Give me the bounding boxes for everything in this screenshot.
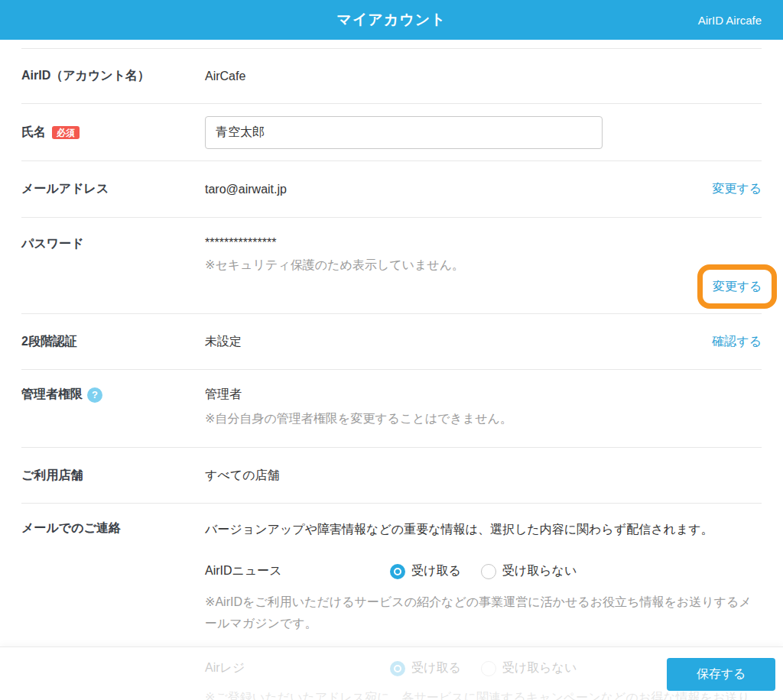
admin-note: ※自分自身の管理者権限を変更することはできません。	[205, 410, 762, 428]
two-factor-value: 未設定	[205, 334, 712, 350]
row-two-factor: 2段階認証 未設定 確認する	[21, 313, 762, 369]
radio-option-label: 受け取らない	[502, 563, 577, 579]
airid-news-options: 受け取る 受け取らない	[390, 563, 596, 579]
save-button[interactable]: 保存する	[667, 658, 775, 691]
airid-news-label: AirIDニュース	[205, 563, 390, 579]
row-name: 氏名 必須	[21, 103, 762, 160]
email-label: メールアドレス	[21, 181, 205, 197]
password-label: パスワード	[21, 236, 205, 252]
row-stores: ご利用店舗 すべての店舗	[21, 447, 762, 503]
email-change-link[interactable]: 変更する	[712, 181, 762, 197]
stores-label: ご利用店舗	[21, 468, 205, 484]
help-question-icon[interactable]: ?	[87, 387, 102, 403]
password-value-wrap: *************** ※セキュリティ保護のため表示していません。	[205, 236, 762, 274]
admin-label-wrap: 管理者権限 ?	[21, 387, 205, 403]
airid-news-option-decline[interactable]: 受け取らない	[481, 563, 577, 579]
radio-selected-icon[interactable]	[390, 564, 405, 579]
radio-option-label: 受け取る	[411, 563, 461, 579]
highlight-callout-box: 変更する	[697, 264, 777, 309]
two-factor-label: 2段階認証	[21, 334, 205, 350]
radio-unselected-icon[interactable]	[481, 564, 496, 579]
email-value: taro@airwait.jp	[205, 183, 712, 196]
page-title: マイアカウント	[0, 10, 783, 30]
airid-label: AirID（アカウント名）	[21, 68, 205, 84]
password-masked-value: ***************	[205, 236, 762, 250]
name-label-wrap: 氏名 必須	[21, 125, 205, 141]
name-label: 氏名	[21, 125, 46, 141]
account-form: AirID（アカウント名） AirCafe 氏名 必須 メールアドレス taro…	[21, 40, 762, 700]
sticky-footer-bar: 保存する	[0, 647, 783, 700]
two-factor-confirm-link[interactable]: 確認する	[712, 334, 762, 350]
password-note: ※セキュリティ保護のため表示していません。	[205, 256, 762, 274]
airid-value: AirCafe	[205, 70, 762, 83]
required-badge: 必須	[52, 126, 80, 139]
header-account-name[interactable]: AirID Aircafe	[698, 14, 762, 27]
admin-value-wrap: 管理者 ※自分自身の管理者権限を変更することはできません。	[205, 387, 762, 428]
airid-news-option-receive[interactable]: 受け取る	[390, 563, 461, 579]
row-airid: AirID（アカウント名） AirCafe	[21, 48, 762, 103]
mail-contact-label: メールでのご連絡	[21, 520, 205, 536]
my-account-page: マイアカウント AirID Aircafe AirID（アカウント名） AirC…	[0, 0, 783, 700]
password-change-link[interactable]: 変更する	[713, 279, 762, 295]
radio-group-airid-news: AirIDニュース 受け取る 受け取らない	[205, 563, 762, 579]
airid-news-note: ※AirIDをご利用いただけるサービスの紹介などの事業運営に活かせるお役立ち情報…	[205, 591, 762, 634]
row-password: パスワード *************** ※セキュリティ保護のため表示していま…	[21, 217, 762, 313]
admin-label: 管理者権限	[21, 387, 83, 403]
name-value-wrap	[205, 116, 762, 149]
name-input[interactable]	[205, 116, 603, 149]
stores-value: すべての店舗	[205, 468, 762, 484]
row-email: メールアドレス taro@airwait.jp 変更する	[21, 160, 762, 217]
row-admin-rights: 管理者権限 ? 管理者 ※自分自身の管理者権限を変更することはできません。	[21, 369, 762, 447]
mail-contact-intro: バージョンアップや障害情報などの重要な情報は、選択した内容に関わらず配信されます…	[205, 520, 762, 539]
admin-value: 管理者	[205, 387, 762, 403]
app-header: マイアカウント AirID Aircafe	[0, 0, 783, 40]
